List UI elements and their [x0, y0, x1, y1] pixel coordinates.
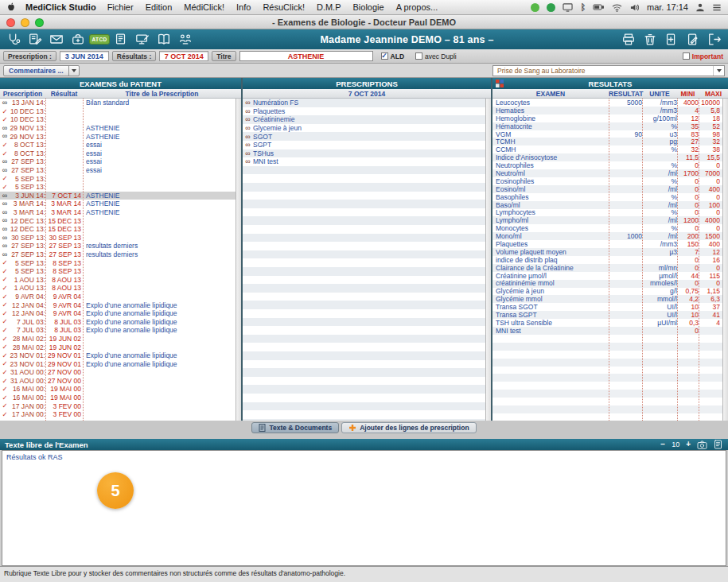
add-document-icon[interactable]	[662, 31, 681, 48]
col-mini[interactable]: MINI	[677, 90, 699, 98]
result-row[interactable]: Clairance de la Créatinine ml/mn 0 0	[492, 264, 728, 272]
commentaires-button[interactable]: Commentaires ...	[3, 65, 80, 76]
pages-icon[interactable]	[714, 440, 722, 449]
exam-row[interactable]: ∞ 12 DEC 13: 15 DEC 13	[0, 216, 241, 225]
exam-row[interactable]: ✓ 5 SEP 13:	[0, 174, 241, 183]
exam-row[interactable]: ✓ 1 AOU 13: 8 AOU 13	[0, 275, 241, 284]
prescription-line[interactable]: ∞ SGOT	[243, 132, 491, 141]
result-row[interactable]: Indice d'Anisocytose 11,5 15,5	[492, 153, 728, 161]
exam-row[interactable]: ✓ 7 JUL 03: 8 JUL 03 Explo d'une anomali…	[0, 317, 241, 326]
user-icon[interactable]	[695, 2, 705, 12]
prescription-line[interactable]: ∞ Plaquettes	[243, 107, 491, 116]
exam-row[interactable]: ∞ 27 SEP 13: essai	[0, 157, 241, 166]
tab-ajouter-lignes[interactable]: Ajouter des lignes de prescription	[341, 422, 476, 433]
exam-row[interactable]: ✓ 17 JAN 00: 3 FEV 00	[0, 410, 241, 419]
exam-row[interactable]: ✓ 17 JAN 00: 3 FEV 00	[0, 402, 241, 410]
result-row[interactable]: Leucocytes 5000 /mm3 4000 10000	[492, 99, 728, 107]
prescription-date[interactable]: 3 JUN 2014	[60, 51, 109, 61]
exam-row[interactable]: ∞ 29 NOV 13: ASTHENIE	[0, 132, 241, 141]
exam-row[interactable]: ✓ 5 SEP 13:	[0, 183, 241, 192]
menu-item[interactable]: Fichier	[107, 2, 134, 12]
close-button[interactable]	[6, 18, 15, 27]
menubar-app-name[interactable]: MediClick Studio	[25, 2, 96, 12]
tab-texte-documents[interactable]: Texte & Documents	[251, 422, 339, 433]
prescriptions-scrollbar[interactable]	[485, 99, 491, 421]
exam-row[interactable]: ∞ 12 DEC 13: 15 DEC 13	[0, 225, 241, 234]
sync-status-icon[interactable]	[547, 3, 555, 12]
minimize-button[interactable]	[21, 18, 29, 27]
sample-location-dropdown[interactable]: Prise de Sang au Laboratoire	[492, 65, 725, 76]
result-row[interactable]: Glycémie mmol mmol/l 4,2 6,3	[492, 295, 728, 303]
exam-row[interactable]: ✓ 31 AOU 00: 27 NOV 00	[0, 368, 241, 377]
menu-item[interactable]: Info	[236, 2, 251, 12]
col-resultat[interactable]: Résultat	[45, 90, 83, 98]
result-row[interactable]: Eosinophiles % 0 0	[492, 177, 728, 185]
result-row[interactable]: Hemoglobine g/100ml 12 18	[492, 114, 728, 122]
col-prescription[interactable]: Prescription	[0, 90, 45, 98]
exam-row[interactable]: ✓ 23 NOV 01: 29 NOV 01 Explo d'une anoma…	[0, 359, 241, 368]
exit-icon[interactable]	[705, 31, 724, 48]
result-value[interactable]: 1000	[609, 232, 642, 240]
exams-scrollbar[interactable]	[236, 99, 241, 421]
exam-row[interactable]: ✓ 12 JAN 04: 9 AVR 04 Explo d'une anomal…	[0, 301, 241, 309]
apple-menu-icon[interactable]	[6, 2, 16, 13]
exam-row[interactable]: ✓ 28 MAI 02: 19 JUN 02	[0, 335, 241, 343]
col-examen[interactable]: EXAMEN	[492, 90, 609, 98]
exam-row[interactable]: ✓ 1 AOU 13: 8 AOU 13	[0, 284, 241, 293]
volume-icon[interactable]	[629, 3, 640, 12]
exam-row[interactable]: ✓ 7 JUL 03: 8 JUL 03 Explo d'une anomali…	[0, 326, 241, 335]
result-row[interactable]: Mono/ml 1000 /ml 200 1500	[492, 232, 728, 240]
exam-row[interactable]: ✓ 8 OCT 13: essai	[0, 149, 241, 158]
exam-row[interactable]: ∞ 27 SEP 13: 27 SEP 13 resultats dernier…	[0, 242, 241, 250]
exam-row[interactable]: ∞ 27 SEP 13: 27 SEP 13 resultats dernier…	[0, 250, 241, 259]
zoom-button[interactable]	[35, 18, 44, 27]
result-value[interactable]: 90	[609, 130, 642, 138]
atcd-button[interactable]: ATCD	[90, 31, 109, 48]
result-row[interactable]: VGM 90 u3 83 98	[492, 130, 728, 138]
exam-row[interactable]: ✓ 5 SEP 13: 8 SEP 13	[0, 267, 241, 276]
exam-row[interactable]: ∞ 13 JAN 14: Bilan standard	[0, 99, 241, 107]
dupli-checkbox[interactable]	[415, 52, 422, 60]
prescription-line[interactable]: ∞ MNI test	[243, 157, 491, 166]
exam-row[interactable]: ∞ 3 JUN 14: 7 OCT 14 ASTHENIE	[0, 192, 241, 200]
print-icon[interactable]	[619, 31, 638, 48]
col-maxi[interactable]: MAXI	[699, 90, 728, 98]
font-smaller-button[interactable]: −	[660, 440, 665, 448]
result-row[interactable]: Volume plaquett moyen µ3 7 12	[492, 248, 728, 256]
col-resultat[interactable]: RESULTAT	[609, 90, 642, 98]
result-row[interactable]: Basophiles % 0 0	[492, 193, 728, 201]
visit-bag-icon[interactable]	[68, 31, 88, 48]
exam-row[interactable]: ✓ 9 AVR 04: 9 AVR 04	[0, 293, 241, 301]
exam-row[interactable]: ∞ 30 SEP 13: 30 SEP 13	[0, 234, 241, 242]
prescription-line[interactable]: ∞ SGPT	[243, 141, 491, 149]
exam-row[interactable]: ✓ 10 DEC 13:	[0, 115, 241, 124]
notification-list-icon[interactable]	[712, 3, 722, 12]
exam-row[interactable]: ∞ 3 MAR 14: 3 MAR 14 ASTHENIE	[0, 208, 241, 217]
prescription-line[interactable]: ∞ Créatininemie	[243, 115, 491, 124]
bluetooth-icon[interactable]: ᛒ	[580, 2, 586, 12]
result-row[interactable]: Hématocrite % 35 52	[492, 122, 728, 130]
exam-row[interactable]: ∞ 27 SEP 13: essai	[0, 166, 241, 175]
result-row[interactable]: Glycémie à jeun g/l 0,75 1,15	[492, 287, 728, 295]
menu-item[interactable]: D.M.P	[317, 2, 341, 12]
exam-row[interactable]: ✓ 10 DEC 13:	[0, 107, 241, 116]
camera-icon[interactable]	[697, 440, 707, 449]
important-checkbox[interactable]	[683, 52, 690, 60]
result-row[interactable]: Neutro/ml /ml 1700 7000	[492, 169, 728, 177]
result-row[interactable]: TSH ultra Sensible µUI/ml 0,3 4	[492, 319, 728, 327]
trash-icon[interactable]	[640, 31, 660, 48]
exam-row[interactable]: ✓ 31 AOU 00: 27 NOV 00	[0, 377, 241, 386]
exam-row[interactable]: ∞ 29 NOV 13: ASTHENIE	[0, 124, 241, 133]
result-row[interactable]: Eosino/ml /ml 0 400	[492, 185, 728, 193]
prescription-line[interactable]: ∞ Glycemie à jeun	[243, 124, 491, 133]
result-row[interactable]: Neutrophiles % 0 0	[492, 161, 728, 169]
result-row[interactable]: Hematies /mm3 4 5,8	[492, 107, 728, 114]
note-icon[interactable]	[111, 31, 130, 48]
menubar-clock[interactable]: mar. 17:14	[647, 2, 688, 12]
result-row[interactable]: Transa SGOT UI/l 10 37	[492, 303, 728, 311]
result-value[interactable]: 5000	[609, 99, 642, 107]
col-unite[interactable]: UNITE	[642, 90, 677, 98]
exam-row[interactable]: ∞ 3 MAR 14: 3 MAR 14 ASTHENIE	[0, 200, 241, 208]
font-bigger-button[interactable]: +	[686, 440, 691, 448]
menu-item[interactable]: A propos...	[396, 2, 438, 12]
